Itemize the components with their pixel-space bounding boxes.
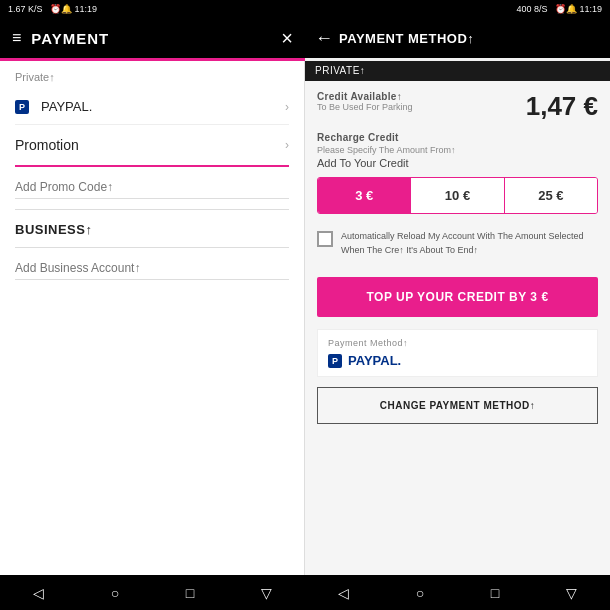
- headers-row: ≡ PAYMENT × ← PAYMENT METHOD↑: [0, 18, 610, 58]
- credit-amount: 1,47 €: [526, 91, 598, 122]
- paypal-menu-item[interactable]: P PAYPAL. ›: [15, 89, 289, 125]
- credit-sub-label: To Be Used For Parking: [317, 102, 413, 112]
- back-arrow-icon[interactable]: ←: [315, 28, 333, 49]
- right-content: Credit Available↑ To Be Used For Parking…: [305, 81, 610, 575]
- nav-square-icon-left[interactable]: □: [186, 585, 194, 601]
- private-section: Private↑ P PAYPAL. ›: [0, 61, 304, 125]
- recharge-3-button[interactable]: 3 €: [318, 178, 410, 213]
- promotion-row[interactable]: Promotion ›: [15, 125, 289, 167]
- business-section: BUSINESS↑: [0, 210, 304, 295]
- add-business-field[interactable]: [15, 248, 289, 290]
- right-sub-header: PRIVATE↑: [305, 61, 610, 81]
- credit-available-section: Credit Available↑ To Be Used For Parking…: [317, 91, 598, 122]
- payment-method-section: Payment Method↑ P PAYPAL.: [317, 329, 598, 377]
- hamburger-icon[interactable]: ≡: [12, 29, 21, 47]
- add-to-credit-label: Add To Your Credit: [317, 157, 598, 169]
- recharge-sub-label: Please Specify The Amount From↑: [317, 145, 598, 155]
- add-promo-code-field[interactable]: [15, 167, 289, 210]
- nav-square-icon-right[interactable]: □: [491, 585, 499, 601]
- pm-row: P PAYPAL.: [328, 353, 587, 368]
- promo-code-input[interactable]: [15, 180, 289, 199]
- right-panel: PRIVATE↑ Credit Available↑ To Be Used Fo…: [305, 61, 610, 575]
- promotion-label: Promotion: [15, 137, 285, 153]
- nav-home-icon-left[interactable]: ○: [111, 585, 119, 601]
- nav-menu-icon-right[interactable]: ▽: [566, 585, 577, 601]
- paypal-chevron-icon: ›: [285, 100, 289, 114]
- auto-reload-checkbox[interactable]: [317, 231, 333, 247]
- main-layout: Private↑ P PAYPAL. › Promotion › BUSINES…: [0, 61, 610, 575]
- recharge-10-button[interactable]: 10 €: [410, 178, 503, 213]
- nav-home-icon-right[interactable]: ○: [416, 585, 424, 601]
- status-bar: 1.67 K/S ⏰🔔 11:19 400 8/S ⏰🔔 11:19: [0, 0, 610, 18]
- close-icon[interactable]: ×: [281, 27, 293, 50]
- recharge-title: Recharge Credit: [317, 132, 598, 143]
- nav-back-icon-right[interactable]: ◁: [338, 585, 349, 601]
- business-account-input[interactable]: [15, 261, 289, 280]
- top-up-button[interactable]: TOP UP YOUR CREDIT BY 3 €: [317, 277, 598, 317]
- promotion-chevron-icon: ›: [285, 138, 289, 152]
- recharge-buttons-group: 3 € 10 € 25 €: [317, 177, 598, 214]
- change-payment-button[interactable]: CHANGE PAYMENT METHOD↑: [317, 387, 598, 424]
- private-label: Private↑: [15, 71, 289, 89]
- recharge-25-button[interactable]: 25 €: [504, 178, 597, 213]
- payment-method-label: Payment Method↑: [328, 338, 587, 348]
- right-bottom-nav: ◁ ○ □ ▽: [305, 575, 610, 610]
- right-panel-title: PAYMENT METHOD↑: [339, 31, 474, 46]
- credit-available-label: Credit Available↑: [317, 91, 413, 102]
- left-panel-title: PAYMENT: [31, 30, 109, 47]
- business-label: BUSINESS↑: [15, 222, 289, 248]
- right-header: ← PAYMENT METHOD↑: [305, 18, 610, 58]
- paypal-icon: P: [15, 100, 31, 114]
- left-bottom-nav: ◁ ○ □ ▽: [0, 575, 305, 610]
- recharge-section: Recharge Credit Please Specify The Amoun…: [317, 132, 598, 214]
- nav-back-icon-left[interactable]: ◁: [33, 585, 44, 601]
- status-left: 1.67 K/S ⏰🔔 11:19: [8, 4, 97, 14]
- bottom-nav: ◁ ○ □ ▽ ◁ ○ □ ▽: [0, 575, 610, 610]
- nav-menu-icon-left[interactable]: ▽: [261, 585, 272, 601]
- auto-reload-text: Automatically Reload My Account With The…: [341, 230, 598, 257]
- left-header: ≡ PAYMENT ×: [0, 18, 305, 58]
- left-panel: Private↑ P PAYPAL. › Promotion › BUSINES…: [0, 61, 305, 575]
- pm-paypal-text: PAYPAL.: [348, 353, 401, 368]
- promotion-section: Promotion ›: [0, 125, 304, 210]
- auto-reload-section: Automatically Reload My Account With The…: [317, 224, 598, 263]
- paypal-label: PAYPAL.: [41, 99, 285, 114]
- status-right: 400 8/S ⏰🔔 11:19: [516, 4, 602, 14]
